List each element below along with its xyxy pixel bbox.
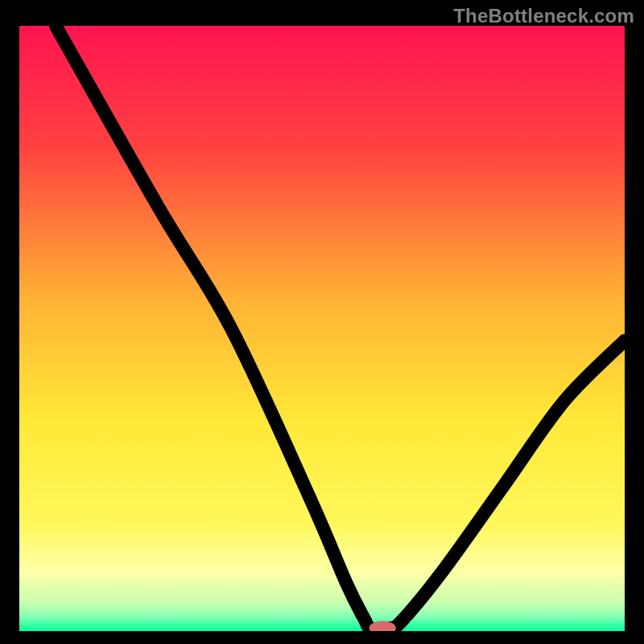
plot-area: [19, 26, 625, 631]
watermark-text: TheBottleneck.com: [453, 5, 634, 27]
chart-svg: [19, 26, 625, 631]
chart-frame: TheBottleneck.com: [0, 0, 644, 644]
